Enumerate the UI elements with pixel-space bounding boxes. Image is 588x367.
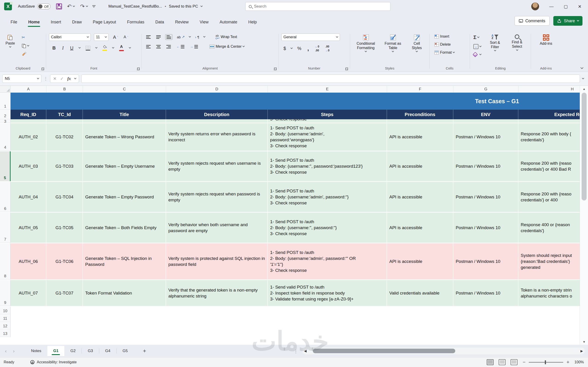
tab-bar-splitter[interactable]: ⋮ bbox=[294, 349, 298, 354]
cell-env[interactable]: Postman / Windows 10 bbox=[453, 280, 519, 306]
conditional-formatting-button[interactable]: Conditional Formatting bbox=[352, 33, 380, 53]
cell-title[interactable]: Generate Token – SQL Injection in Passwo… bbox=[83, 243, 166, 279]
wrap-text-button[interactable]: abc↩ Wrap Text bbox=[214, 33, 238, 40]
cell-env[interactable]: Postman / Windows 10 bbox=[453, 243, 519, 279]
decrease-indent-button[interactable]: ← bbox=[175, 44, 186, 49]
page-layout-view-button[interactable] bbox=[499, 359, 506, 365]
cell-expected[interactable]: Response 200 with body { credentials'} bbox=[519, 123, 580, 151]
tab-insert[interactable]: Insert bbox=[50, 18, 61, 26]
cell-styles-button[interactable]: Cell Styles bbox=[406, 33, 427, 53]
cell-tc-id[interactable]: G1-TC04 bbox=[46, 182, 83, 212]
autosum-button[interactable]: Σ bbox=[472, 33, 482, 41]
tab-file[interactable]: File bbox=[10, 18, 18, 26]
zoom-slider-knob[interactable] bbox=[545, 360, 546, 364]
tab-home[interactable]: Home bbox=[28, 18, 40, 26]
cell-steps[interactable]: 1- Send POST to /auth 2- Body: {username… bbox=[268, 123, 387, 151]
cell-h3[interactable] bbox=[519, 119, 580, 123]
hscroll-left-arrow-icon[interactable]: ◀ bbox=[304, 349, 307, 353]
maximize-button[interactable]: ▢ bbox=[564, 4, 568, 9]
font-name-select[interactable]: Calibri bbox=[49, 33, 91, 41]
cell-req-id[interactable]: AUTH_02 bbox=[10, 123, 46, 151]
hscroll-right-arrow-icon[interactable]: ▶ bbox=[580, 349, 583, 353]
cell-steps[interactable]: 1- Send POST to /auth 2- Body: {username… bbox=[268, 151, 387, 181]
cell-title[interactable]: Token Format Validation bbox=[83, 280, 166, 306]
column-header-f[interactable]: F bbox=[387, 86, 453, 92]
fill-color-button[interactable] bbox=[101, 44, 108, 52]
format-painter-button[interactable] bbox=[20, 51, 30, 57]
header-title[interactable]: Title bbox=[83, 110, 166, 119]
header-req-id[interactable]: Req_ID bbox=[10, 110, 46, 119]
horizontal-scroll-thumb[interactable] bbox=[313, 349, 455, 353]
cell-description[interactable]: Verify that the generated token is a non… bbox=[166, 280, 268, 306]
cell-env[interactable]: Postman / Windows 10 bbox=[453, 123, 519, 151]
align-bottom-button[interactable] bbox=[165, 34, 173, 40]
cell-c3[interactable] bbox=[83, 119, 166, 123]
fx-chevron-icon[interactable] bbox=[74, 77, 77, 79]
column-header-g[interactable]: G bbox=[453, 86, 519, 92]
sheet-tab-g3[interactable]: G3 bbox=[82, 346, 99, 356]
number-format-select[interactable]: General bbox=[281, 33, 340, 41]
format-as-table-button[interactable]: Format as Table bbox=[381, 33, 405, 53]
sheet-tab-g1-active[interactable]: G1 bbox=[47, 346, 65, 356]
alignment-dialog-launcher-icon[interactable] bbox=[274, 67, 277, 70]
font-dialog-launcher-icon[interactable] bbox=[137, 67, 140, 70]
row-header-10[interactable]: 10 bbox=[0, 307, 10, 314]
cell-tc-id[interactable]: G1-TC05 bbox=[46, 213, 83, 243]
undo-icon[interactable]: ↶ bbox=[67, 4, 72, 9]
cell-a3[interactable] bbox=[10, 119, 46, 123]
vertical-scrollbar[interactable]: ▲ ▼ bbox=[580, 86, 588, 345]
cell-preconditions[interactable]: API is accessible bbox=[387, 182, 453, 212]
sheet-nav-left-icon[interactable]: ‹ bbox=[5, 348, 7, 354]
cell-req-id[interactable]: AUTH_04 bbox=[10, 182, 46, 212]
decrease-font-button[interactable]: Aˇ bbox=[122, 34, 129, 40]
row-header-5-selected[interactable]: 5 bbox=[0, 151, 10, 181]
column-header-a[interactable]: A bbox=[10, 86, 46, 92]
zoom-level[interactable]: 100% bbox=[574, 360, 584, 364]
cell-preconditions[interactable]: API is accessible bbox=[387, 243, 453, 279]
formula-bar-splitter[interactable]: ⋮ bbox=[44, 76, 48, 81]
bold-button[interactable]: B bbox=[51, 44, 57, 52]
addins-button[interactable]: Add-ins bbox=[537, 33, 554, 47]
search-input[interactable] bbox=[254, 4, 387, 9]
align-top-button[interactable] bbox=[145, 34, 152, 40]
formula-input[interactable] bbox=[81, 75, 580, 83]
autosave-control[interactable]: AutoSave Off bbox=[18, 3, 51, 9]
cell-preconditions[interactable]: API is accessible bbox=[387, 123, 453, 151]
row-header-13[interactable]: 13 bbox=[0, 329, 10, 337]
share-button[interactable]: Share bbox=[553, 16, 582, 26]
font-size-select[interactable]: 11 bbox=[94, 33, 109, 41]
minimize-button[interactable]: — bbox=[549, 4, 553, 9]
percent-button[interactable]: % bbox=[296, 45, 303, 52]
cell-tc-id[interactable]: G1-TC03 bbox=[46, 151, 83, 181]
undo-chevron-icon[interactable] bbox=[73, 5, 75, 7]
cell-tc-id[interactable]: G1-TC02 bbox=[46, 123, 83, 151]
font-color-button[interactable]: A bbox=[118, 44, 125, 52]
zoom-slider[interactable] bbox=[529, 362, 563, 363]
cell-tc-id[interactable]: G1-TC06 bbox=[46, 243, 83, 279]
tab-view[interactable]: View bbox=[199, 18, 209, 26]
find-select-button[interactable]: Find & Select bbox=[508, 33, 527, 52]
header-env[interactable]: ENV bbox=[453, 110, 519, 119]
format-cells-button[interactable]: Format bbox=[433, 50, 470, 56]
align-right-button[interactable] bbox=[165, 44, 172, 49]
fill-button[interactable]: ↓ bbox=[472, 43, 482, 50]
tab-formulas[interactable]: Formulas bbox=[127, 18, 145, 26]
close-button[interactable]: ✕ bbox=[578, 4, 582, 9]
cell-b3[interactable] bbox=[46, 119, 83, 123]
redo-icon[interactable]: ↷ bbox=[80, 4, 85, 9]
cell-preconditions[interactable]: API is accessible bbox=[387, 213, 453, 243]
cell-env[interactable]: Postman / Windows 10 bbox=[453, 182, 519, 212]
font-color-chevron-icon[interactable] bbox=[129, 46, 131, 49]
save-icon[interactable] bbox=[56, 3, 62, 9]
quick-access-toolbar-icon[interactable] bbox=[92, 5, 95, 8]
tab-automate[interactable]: Automate bbox=[219, 18, 238, 26]
clipboard-dialog-launcher-icon[interactable] bbox=[41, 67, 44, 70]
decrease-decimal-button[interactable]: .00→0 bbox=[324, 44, 331, 53]
paste-button[interactable]: Paste bbox=[3, 33, 17, 49]
tab-draw[interactable]: Draw bbox=[72, 18, 82, 26]
cell-req-id[interactable]: AUTH_06 bbox=[10, 243, 46, 279]
cell-steps[interactable]: 1- Send valid POST to /auth 2- Inspect t… bbox=[268, 280, 387, 306]
row-header-11[interactable]: 11 bbox=[0, 314, 10, 322]
delete-cells-button[interactable]: Delete bbox=[433, 42, 470, 48]
cell-title[interactable]: Generate Token – Both Fields Empty bbox=[83, 213, 166, 243]
